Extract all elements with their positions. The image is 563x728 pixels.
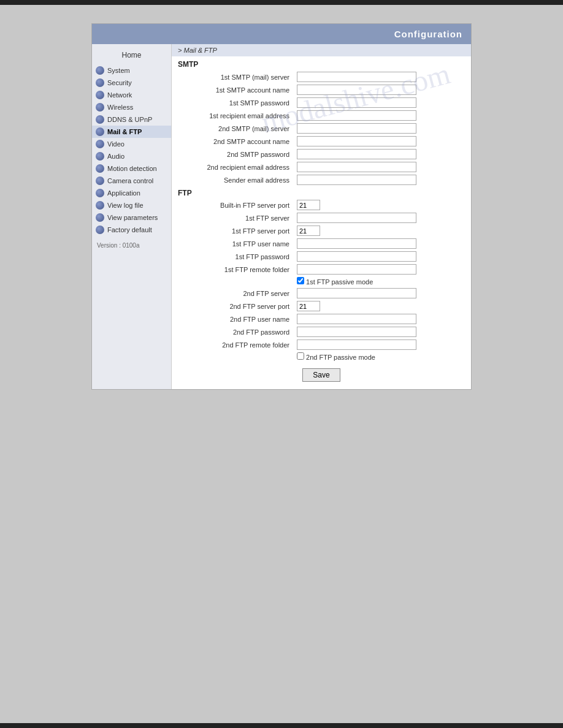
sidebar-item-factory-default[interactable]: Factory default (92, 224, 171, 236)
bottom-bar (0, 723, 563, 728)
table-row: 1st FTP user name (172, 237, 471, 250)
smtp-section-title: SMTP (172, 56, 471, 70)
field-input[interactable] (297, 149, 416, 159)
field-label: 1st FTP server port (172, 224, 294, 237)
field-label: Sender email address (172, 173, 294, 186)
sidebar-item-security[interactable]: Security (92, 77, 171, 89)
field-input[interactable] (297, 327, 416, 337)
field-label: Built-in FTP server port (172, 199, 294, 211)
table-row: 1st recipient email address (172, 109, 471, 122)
top-bar (0, 0, 563, 5)
sidebar-item-label: Audio (107, 153, 124, 160)
sidebar-item-ddns-upnp[interactable]: DDNS & UPnP (92, 113, 171, 126)
table-row: 1st FTP passive mode (172, 276, 471, 287)
table-row: 2nd FTP remote folder (172, 338, 471, 351)
sidebar-item-view-log-file[interactable]: View log file (92, 199, 171, 211)
table-row: Sender email address (172, 173, 471, 186)
bullet-icon (96, 176, 104, 185)
sidebar-item-label: Security (107, 79, 132, 86)
table-row: 1st SMTP (mail) server (172, 70, 471, 83)
field-label: 1st SMTP (mail) server (172, 70, 294, 83)
table-row: 2nd recipient email address (172, 161, 471, 173)
sidebar-item-label: Factory default (107, 226, 152, 233)
field-label: 2nd SMTP (mail) server (172, 122, 294, 135)
field-input[interactable] (297, 85, 416, 95)
field-input[interactable] (297, 110, 416, 121)
sidebar-item-motion-detection[interactable]: Motion detection (92, 162, 171, 175)
field-label: 2nd FTP server (172, 287, 294, 300)
bullet-icon (96, 66, 104, 75)
table-row: 2nd SMTP password (172, 148, 471, 161)
sidebar-item-label: Video (107, 140, 124, 148)
sidebar-item-mail-ftp[interactable]: Mail & FTP (92, 126, 171, 138)
field-input[interactable] (297, 97, 416, 108)
table-row: 1st SMTP password (172, 96, 471, 109)
table-row: 2nd FTP passive mode (172, 351, 471, 362)
content-area: Home SystemSecurityNetworkWirelessDDNS &… (92, 44, 471, 389)
sidebar-item-network[interactable]: Network (92, 89, 171, 101)
sidebar-item-application[interactable]: Application (92, 187, 171, 199)
passive-mode-checkbox[interactable] (297, 277, 304, 284)
bullet-icon (96, 226, 104, 234)
sidebar-item-label: Network (107, 91, 132, 99)
main-container: Configuration Home SystemSecurityNetwork… (91, 23, 472, 390)
sidebar-home[interactable]: Home (92, 48, 171, 64)
sidebar: Home SystemSecurityNetworkWirelessDDNS &… (92, 44, 172, 389)
smtp-form-table: 1st SMTP (mail) server1st SMTP account n… (172, 70, 471, 186)
field-input-short[interactable] (297, 301, 320, 311)
bullet-icon (96, 115, 104, 124)
field-label (172, 351, 294, 362)
field-label: 2nd SMTP account name (172, 135, 294, 148)
field-input[interactable] (297, 136, 416, 146)
passive-mode-checkbox[interactable] (297, 352, 304, 360)
field-input[interactable] (297, 72, 416, 82)
sidebar-item-label: View parameters (107, 214, 158, 221)
checkbox-label: 2nd FTP passive mode (304, 354, 375, 361)
table-row: 1st FTP server (172, 211, 471, 224)
sidebar-item-label: Mail & FTP (107, 128, 142, 135)
bullet-icon (96, 201, 104, 210)
field-input-short[interactable] (297, 200, 320, 210)
field-input[interactable] (297, 213, 416, 223)
table-row: 2nd FTP server (172, 287, 471, 300)
field-label: 2nd SMTP password (172, 148, 294, 161)
sidebar-item-system[interactable]: System (92, 64, 171, 77)
field-label: 2nd FTP remote folder (172, 338, 294, 351)
bullet-icon (96, 213, 104, 222)
field-label: 1st SMTP password (172, 96, 294, 109)
field-input[interactable] (297, 175, 416, 185)
field-input[interactable] (297, 339, 416, 350)
bullet-icon (96, 103, 104, 112)
field-label: 1st recipient email address (172, 109, 294, 122)
bullet-icon (96, 91, 104, 99)
field-input[interactable] (297, 264, 416, 275)
table-row: 1st FTP server port (172, 224, 471, 237)
field-input[interactable] (297, 162, 416, 172)
sidebar-item-label: Wireless (107, 104, 133, 111)
version-label: Version : 0100a (92, 236, 171, 251)
sidebar-item-video[interactable]: Video (92, 138, 171, 150)
field-input[interactable] (297, 123, 416, 134)
field-label: 1st SMTP account name (172, 83, 294, 96)
bullet-icon (96, 152, 104, 161)
field-label: 2nd FTP user name (172, 313, 294, 325)
sidebar-item-view-parameters[interactable]: View parameters (92, 211, 171, 224)
sidebar-item-camera-control[interactable]: Camera control (92, 175, 171, 187)
field-label: 1st FTP password (172, 250, 294, 263)
field-input[interactable] (297, 238, 416, 249)
sidebar-item-audio[interactable]: Audio (92, 150, 171, 162)
save-button[interactable]: Save (302, 368, 340, 382)
field-input[interactable] (297, 314, 416, 324)
bullet-icon (96, 127, 104, 136)
save-btn-row: Save (172, 362, 471, 389)
sidebar-item-label: DDNS & UPnP (107, 116, 152, 123)
table-row: 2nd SMTP (mail) server (172, 122, 471, 135)
field-input-short[interactable] (297, 226, 320, 236)
sidebar-item-wireless[interactable]: Wireless (92, 101, 171, 113)
config-title: Configuration (394, 29, 462, 39)
sidebar-item-label: Application (107, 189, 140, 197)
field-input[interactable] (297, 288, 416, 298)
field-input[interactable] (297, 251, 416, 262)
table-row: 1st FTP remote folder (172, 263, 471, 276)
field-label: 2nd FTP server port (172, 300, 294, 313)
